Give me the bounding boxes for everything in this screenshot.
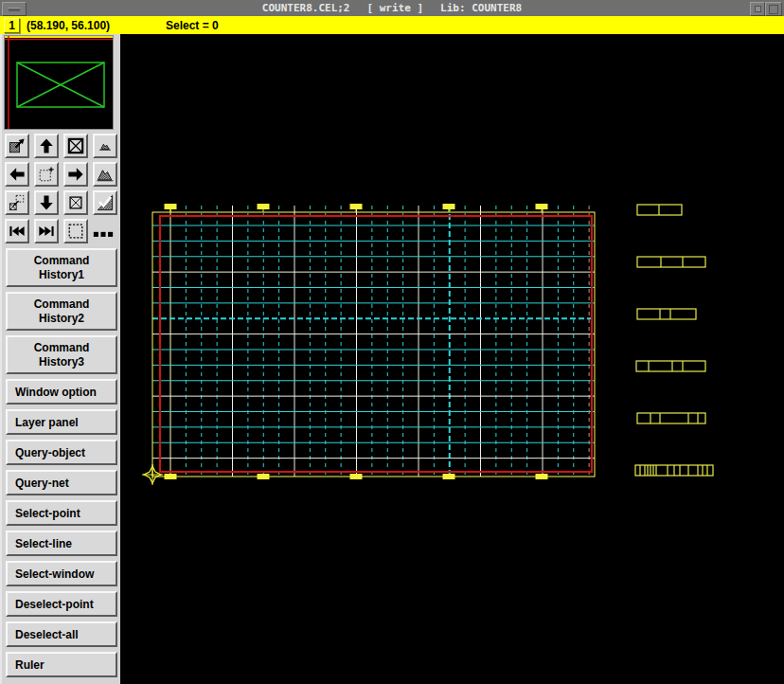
write-status: [ write ] (367, 2, 424, 14)
check-fill-icon (95, 192, 116, 213)
pin-bottom[interactable] (536, 474, 548, 479)
pan-down-button[interactable] (34, 190, 59, 215)
pin-top[interactable] (165, 204, 177, 209)
prev-view-button[interactable] (5, 219, 29, 243)
menu-dash-icon (9, 8, 20, 11)
prev-view-icon (7, 221, 27, 242)
cell-row[interactable] (637, 413, 705, 423)
arrow-down-icon (36, 192, 57, 213)
pin-bottom[interactable] (350, 474, 363, 479)
large-peak-icon (95, 164, 116, 185)
cell-row[interactable] (636, 361, 705, 371)
select-line-button[interactable]: Select-line (6, 531, 117, 556)
window-option-button[interactable]: Window option (6, 379, 117, 405)
overview-figure (5, 36, 113, 129)
fill-check-button[interactable] (93, 190, 117, 215)
next-view-button[interactable] (34, 219, 59, 243)
deselect-all-button[interactable]: Deselect-all (6, 621, 117, 647)
command-history1-button[interactable]: Command History1 (6, 248, 117, 287)
tool-palette (5, 134, 120, 243)
zoom-fit-button[interactable] (63, 134, 88, 158)
layout-canvas-area[interactable] (120, 34, 784, 684)
cell-name: COUNTER8.CEL;2 (262, 2, 350, 14)
query-net-button[interactable]: Query-net (6, 470, 117, 495)
arrow-right-icon (65, 164, 86, 185)
shrink-box-icon (7, 192, 27, 213)
ellipsis-icon (93, 221, 114, 242)
draw-fill-button[interactable] (5, 134, 29, 158)
titlebar: COUNTER8.CEL;2[ write ]Lib: COUNTER8 (0, 0, 784, 16)
pin-top[interactable] (258, 204, 270, 209)
library-name: Lib: COUNTER8 (440, 2, 522, 14)
window-number: 1 (4, 18, 20, 33)
command-history2-button[interactable]: Command History2 (6, 292, 117, 331)
pin-top[interactable] (350, 204, 363, 209)
arrow-up-icon (36, 135, 57, 156)
zoom-fit-small-button[interactable] (63, 190, 88, 215)
command-history3-button[interactable]: Command History3 (6, 335, 117, 374)
zoom-window-plus-icon (36, 164, 57, 185)
cursor-coordinates: (58.190, 56.100) (27, 19, 110, 32)
pin-bottom[interactable] (443, 474, 455, 479)
query-object-button[interactable]: Query-object (6, 440, 117, 465)
pan-right-button[interactable] (63, 162, 88, 187)
select-window-button[interactable]: Select-window (6, 561, 117, 586)
pin-bottom[interactable] (165, 474, 177, 479)
crossed-box-small-icon (65, 192, 86, 213)
sidebar: Command History1 Command History2 Comman… (0, 34, 120, 684)
arrow-left-icon (7, 164, 27, 185)
layer-panel-button[interactable]: Layer panel (6, 409, 117, 435)
window-title: COUNTER8.CEL;2[ write ]Lib: COUNTER8 (0, 2, 784, 14)
maximize-button[interactable] (765, 2, 782, 16)
small-peak-icon (95, 135, 116, 156)
pin-bottom[interactable] (258, 474, 270, 479)
application-window: COUNTER8.CEL;2[ write ]Lib: COUNTER8 1 (… (0, 0, 784, 684)
window-menu-button[interactable] (2, 2, 27, 16)
deselect-point-button[interactable]: Deselect-point (6, 591, 117, 617)
select-point-button[interactable]: Select-point (6, 500, 117, 526)
iconify-icon (755, 6, 761, 12)
status-bar: 1 (58.190, 56.100) Select = 0 (0, 16, 784, 34)
dashed-box-icon (65, 221, 86, 242)
command-button-column: Command History1 Command History2 Comman… (2, 248, 120, 677)
pin-top[interactable] (536, 204, 548, 209)
peak-small-button[interactable] (93, 134, 117, 158)
overview-panel[interactable] (4, 35, 114, 130)
more-options[interactable] (93, 219, 117, 243)
peak-large-button[interactable] (93, 162, 117, 187)
select-count: Select = 0 (166, 19, 219, 32)
next-view-icon (36, 221, 57, 242)
pin-top[interactable] (443, 204, 455, 209)
iconify-button[interactable] (750, 2, 765, 16)
fill-arrow-icon (7, 135, 27, 156)
ruler-button[interactable]: Ruler (6, 652, 117, 677)
zoom-in-window-button[interactable] (34, 162, 59, 187)
cell-row[interactable] (637, 309, 696, 319)
cell-boundary (152, 212, 595, 477)
crossed-box-icon (65, 135, 86, 156)
layout-canvas[interactable] (120, 34, 784, 684)
maximize-icon (769, 5, 778, 14)
select-region-button[interactable] (63, 219, 88, 243)
zoom-out-button[interactable] (5, 190, 29, 215)
pan-left-button[interactable] (5, 162, 29, 187)
overview-extent-box (17, 63, 104, 107)
cell-row[interactable] (637, 257, 705, 267)
pan-up-button[interactable] (34, 134, 59, 158)
